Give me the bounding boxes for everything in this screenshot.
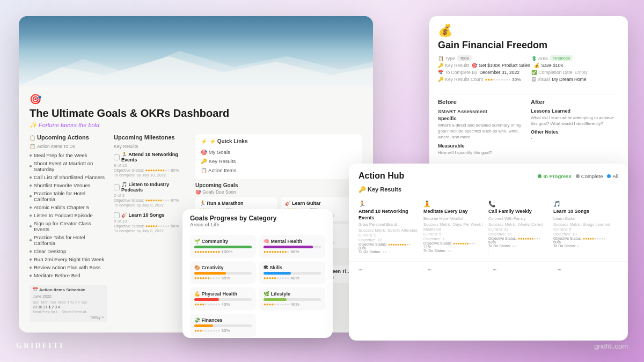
goal-meta: 📋 Type Todo 💲 Area Finances 🔑 Key Result… xyxy=(438,55,619,82)
milestone-item: 🏃 Attend 10 Networking Events 8 of 10 Ob… xyxy=(114,152,189,178)
list-item: Practice Tabs for Hotel California xyxy=(30,233,107,247)
hero-image xyxy=(19,16,373,86)
before-section: Before SMART Assessment Specific What's … xyxy=(438,99,526,156)
list-item: Meditate Before Bed xyxy=(30,271,107,279)
calendar-strip: 📅 Action Items Schedule June 2022 SunMon… xyxy=(30,285,107,322)
action-hub-card: Action Hub In Progress Complete All 🔑 Ke… xyxy=(349,164,628,341)
goal-detail-title: Gain Financial Freedom xyxy=(438,40,619,51)
action-hub-title: Action Hub xyxy=(358,171,532,181)
gp-category-lifestyle: 🌿 Lifestyle ●●●●●●●●●● 40% xyxy=(259,287,325,311)
ah-key-result-item: 🎵 Learn 10 Songs Learn Guitar Success Me… xyxy=(553,197,618,257)
ah-extra-item: ... xyxy=(488,266,553,271)
quick-links-panel: ⚡ ⚡ Quick Links 🎯 My Goals 🔑 Key Results… xyxy=(195,134,362,179)
ah-key-result-item: 📞 Call Family Weekly Connect With Family… xyxy=(488,197,553,257)
list-item: Run 2mi Every Night this Week xyxy=(30,255,107,263)
ah-second-row: ... ... ... ... xyxy=(349,261,628,271)
upcoming-milestones-col: Upcoming Milestones Key Results 🏃 Attend… xyxy=(114,134,189,322)
goal-detail-divider xyxy=(438,94,619,94)
list-item: Practice table for Hotel California xyxy=(30,189,107,203)
action-items-list: Meal Prep for the Week Shoot Event at Ma… xyxy=(30,151,107,279)
ah-extra-item: ... xyxy=(423,266,488,271)
dashboard-tagline: ✨ Fortune favors the bold xyxy=(30,122,362,129)
action-hub-tabs: In Progress Complete All xyxy=(538,173,618,179)
ah-key-result-item: 🏃 Attend 10 Networking Events Grow Perso… xyxy=(358,197,423,257)
ah-key-result-item: 🧘 Meditate Every Day Become More Mindful… xyxy=(423,197,488,257)
upcoming-milestones-title: Upcoming Milestones xyxy=(114,134,189,141)
tab-in-progress[interactable]: In Progress xyxy=(538,173,571,179)
ah-items-grid: 🏃 Attend 10 Networking Events Grow Perso… xyxy=(349,197,628,257)
upcoming-actions-title: 📋 Upcoming Actions xyxy=(30,134,107,141)
upcoming-actions-col: 📋 Upcoming Actions 📋 Action Items To Do … xyxy=(30,134,107,322)
list-item: Listen to Podcast Episode xyxy=(30,211,107,219)
gp-category-creativity: 🎨 Creativity ●●●●●●●●●● 55% xyxy=(190,261,256,284)
list-item: Atomic Habits Chapter 5 xyxy=(30,203,107,211)
dashboard-title: The Ultimate Goals & OKRs Dashboard xyxy=(30,107,362,120)
gp-categories-grid: 🌱 Community ●●●●●●●●●● 100% 🧠 Mental Hea… xyxy=(182,235,333,338)
list-item: Review Action Plan with Boss xyxy=(30,263,107,271)
milestones-subtitle: Key Results xyxy=(114,144,189,149)
milestone-item: 🎸 Learn 10 Songs 5 of 10 Objective Statu… xyxy=(114,212,189,233)
after-section: After Lessons Learned What did I learn w… xyxy=(531,99,619,156)
gp-card-header: Goals Progress by Category Areas of Life xyxy=(182,209,333,235)
ah-extra-item: ... xyxy=(358,266,423,271)
mountain-background xyxy=(19,16,373,86)
list-item: Shoot Event at Marriott on Saturday xyxy=(30,159,107,173)
gp-category-physical: 💪 Physical Health ●●●●●●●●●● 43% xyxy=(190,287,256,311)
gp-category-finances: 💸 Finances ●●●●●●●●●● 33% xyxy=(190,314,256,337)
list-item: Meal Prep for the Week xyxy=(30,151,107,159)
gp-card-subtitle: Areas of Life xyxy=(190,222,325,227)
gp-category-mental-health: 🧠 Mental Health ●●●●●●●●●● 86% xyxy=(259,235,325,258)
quick-link-item[interactable]: 📋 Action Items xyxy=(201,166,357,175)
tab-all[interactable]: All xyxy=(607,173,618,179)
goal-detail-card: 💰 Gain Financial Freedom 📋 Type Todo 💲 A… xyxy=(429,16,628,182)
gp-category-community: 🌱 Community ●●●●●●●●●● 100% xyxy=(190,235,256,258)
list-item: Clear Desktop xyxy=(30,247,107,255)
goals-progress-card: Goals Progress by Category Areas of Life… xyxy=(182,209,333,338)
brand-right: gridfiti.com xyxy=(594,342,628,350)
quick-links-title: ⚡ ⚡ Quick Links xyxy=(201,138,357,144)
milestone-item: 🎵 Listen to Industry Podcasts 2 of 3 Obj… xyxy=(114,182,189,208)
gp-card-title: Goals Progress by Category xyxy=(190,215,325,222)
list-item: Call List of Shortlisted Planners xyxy=(30,173,107,181)
gp-category-skills: 🛠 Skills ●●●●●●●●●● 48% xyxy=(259,261,325,284)
gd-header: 💰 Gain Financial Freedom 📋 Type Todo 💲 A… xyxy=(429,16,628,90)
tab-complete[interactable]: Complete xyxy=(576,173,603,179)
list-item: Shortlist Favorite Venues xyxy=(30,181,107,189)
ah-key-results-title: 🔑 Key Results xyxy=(349,184,628,197)
action-hub-header: Action Hub In Progress Complete All xyxy=(349,164,628,184)
quick-link-item[interactable]: 🎯 My Goals xyxy=(201,147,357,157)
ah-extra-item: ... xyxy=(553,266,618,271)
list-item: Sign up for Creator Class Events xyxy=(30,219,107,233)
goal-emoji: 💰 xyxy=(438,24,619,38)
brand-left: GRIDFITI xyxy=(16,342,64,350)
quick-link-item[interactable]: 🔑 Key Results xyxy=(201,157,357,166)
